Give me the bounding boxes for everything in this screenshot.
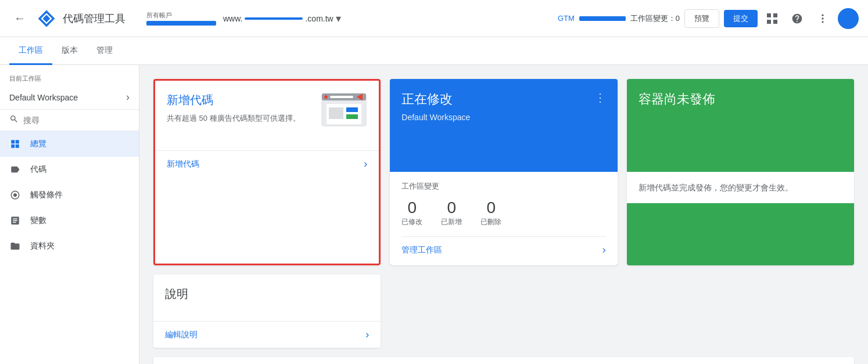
sidebar-item-tags[interactable]: 代碼 (0, 157, 139, 182)
sidebar-item-triggers-label: 觸發條件 (30, 190, 63, 200)
workspace-chevron-icon: › (126, 91, 130, 103)
workspace-name: Default Workspace (9, 93, 78, 102)
domain-prefix: www. (223, 14, 242, 23)
top-cards-row: 新增代碼 共有超過 50 種廣告代碼類型可供選擇。 (153, 79, 854, 265)
unpublished-card: 容器尚未發佈 新增代碼並完成發佈，您的變更才會生效。 (627, 79, 854, 265)
change-number-deleted: 0 (487, 199, 496, 217)
domain-dropdown-icon[interactable]: ▾ (336, 12, 341, 25)
grid-icon-button[interactable] (762, 9, 782, 28)
unpublished-card-bottom: 新增代碼並完成發佈，您的變更才會生效。 (627, 172, 854, 203)
edit-description-link[interactable]: 編輯說明 (165, 330, 198, 340)
add-tag-desc: 共有超過 50 種廣告代碼類型可供選擇。 (167, 113, 300, 124)
add-tag-card: 新增代碼 共有超過 50 種廣告代碼類型可供選擇。 (153, 79, 381, 265)
change-label-added: 已新增 (441, 217, 462, 227)
overview-icon (9, 138, 21, 150)
svg-rect-18 (324, 95, 328, 99)
sidebar-item-overview-label: 總覽 (30, 139, 46, 149)
sidebar-item-triggers[interactable]: 觸發條件 (0, 182, 139, 208)
main-content: 新增代碼 共有超過 50 種廣告代碼類型可供選擇。 (139, 65, 868, 364)
change-item-modified: 0 已修改 (401, 199, 422, 227)
svg-rect-6 (773, 20, 777, 24)
sidebar-item-variables[interactable]: 變數 (0, 208, 139, 233)
help-icon-button[interactable] (787, 8, 808, 29)
tab-version[interactable]: 版本 (52, 37, 87, 65)
add-tag-arrow-icon: › (364, 158, 367, 170)
search-box (0, 110, 139, 131)
account-value[interactable] (146, 21, 216, 26)
change-label-deleted: 已刪除 (480, 217, 501, 227)
more-options-icon-button[interactable] (812, 8, 833, 29)
editing-card-text: 正在修改 Default Workspace (401, 91, 470, 122)
description-footer[interactable]: 編輯說明 › (153, 321, 381, 348)
domain-selector[interactable]: www. .com.tw ▾ (223, 12, 341, 25)
account-select-row[interactable] (146, 21, 216, 26)
preview-button[interactable]: 預覽 (684, 9, 719, 28)
add-tag-link[interactable]: 新增代碼 (167, 159, 199, 170)
back-button[interactable]: ← (9, 7, 30, 30)
manage-arrow-icon: › (602, 244, 606, 256)
browser-illustration (321, 92, 367, 127)
sidebar-section-label: 目前工作區 (0, 65, 139, 85)
sidebar-item-variables-label: 變數 (30, 215, 46, 226)
editing-card: 正在修改 Default Workspace ⋮ 工作區變更 0 已修改 0 (390, 79, 617, 265)
svg-point-7 (822, 14, 823, 16)
description-card-top: 說明 (153, 275, 381, 321)
domain-value[interactable] (245, 17, 303, 20)
app-bar: ← 代碼管理工具 所有帳戶 www. .com.tw ▾ GTM 工作區變更：0… (0, 0, 868, 37)
nav-tabs: 工作區 版本 管理 (0, 37, 868, 65)
user-avatar[interactable] (838, 8, 859, 29)
change-label-modified: 已修改 (401, 217, 422, 227)
gtm-id-value (579, 16, 626, 21)
svg-rect-4 (773, 13, 777, 17)
manage-workspace-link[interactable]: 管理工作區 › (401, 236, 605, 256)
svg-rect-5 (767, 20, 771, 24)
tab-workspace[interactable]: 工作區 (9, 37, 52, 65)
svg-point-9 (822, 21, 823, 23)
description-card: 說明 編輯說明 › (153, 275, 381, 348)
change-item-deleted: 0 已刪除 (480, 199, 501, 227)
gtm-id-row: GTM (558, 14, 626, 23)
svg-rect-21 (329, 107, 343, 119)
sidebar-item-folders[interactable]: 資料夾 (0, 233, 139, 259)
app-bar-right: GTM 工作區變更：0 預覽 提交 (558, 8, 859, 29)
tab-manage[interactable]: 管理 (87, 37, 122, 65)
gtm-label: GTM (558, 14, 575, 23)
manage-link-text[interactable]: 管理工作區 (401, 245, 442, 255)
changes-numbers: 0 已修改 0 已新增 0 已刪除 (401, 199, 605, 227)
add-tag-footer[interactable]: 新增代碼 › (155, 150, 379, 177)
app-logo (37, 9, 56, 28)
unpublished-card-top: 容器尚未發佈 (627, 79, 854, 172)
svg-rect-11 (16, 140, 19, 143)
add-tag-card-text: 新增代碼 共有超過 50 種廣告代碼類型可供選擇。 (167, 92, 300, 124)
folder-icon (9, 240, 21, 252)
search-input[interactable] (23, 116, 130, 125)
sidebar-item-overview[interactable]: 總覽 (0, 131, 139, 157)
domain-suffix: .com.tw (305, 14, 333, 23)
add-tag-title: 新增代碼 (167, 92, 300, 108)
sidebar-item-folders-label: 資料夾 (30, 241, 55, 251)
svg-point-8 (822, 17, 823, 19)
change-number-modified: 0 (408, 199, 417, 217)
submit-button[interactable]: 提交 (724, 10, 758, 27)
change-number-added: 0 (447, 199, 457, 217)
account-label: 所有帳戶 (146, 11, 216, 20)
svg-rect-13 (16, 145, 19, 148)
svg-rect-12 (11, 145, 15, 148)
unpublished-desc: 新增代碼並完成發佈，您的變更才會生效。 (639, 181, 842, 194)
sidebar: 目前工作區 Default Workspace › 總覽 (0, 65, 139, 364)
variable-icon (9, 215, 21, 226)
svg-rect-23 (346, 114, 358, 119)
app-title: 代碼管理工具 (63, 12, 125, 26)
editing-title: 正在修改 (401, 91, 470, 108)
description-title: 說明 (165, 286, 369, 302)
unpublished-title: 容器尚未發佈 (639, 91, 715, 108)
workspace-selector[interactable]: Default Workspace › (0, 85, 139, 110)
editing-card-bottom: 工作區變更 0 已修改 0 已新增 0 已刪除 (390, 172, 617, 265)
second-cards-row: 說明 編輯說明 › (153, 275, 854, 348)
workspace-changes-label: 工作區變更：0 (630, 13, 680, 24)
editing-subtitle: Default Workspace (401, 113, 470, 122)
editing-card-more-button[interactable]: ⋮ (594, 91, 606, 104)
change-item-added: 0 已新增 (441, 199, 462, 227)
svg-rect-19 (330, 96, 353, 98)
svg-point-15 (13, 193, 17, 197)
